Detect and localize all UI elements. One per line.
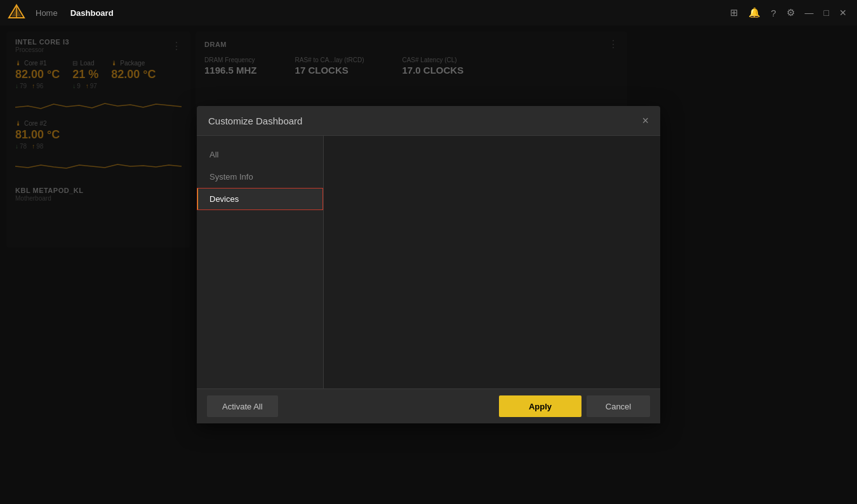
cancel-button[interactable]: Cancel: [587, 395, 650, 417]
dialog-body: All System Info Devices: [197, 136, 660, 388]
window-controls: — □ ✕: [802, 6, 849, 19]
dialog-titlebar: Customize Dashboard ×: [197, 106, 660, 136]
apply-button[interactable]: Apply: [499, 395, 581, 417]
main-content: INTEL CORE I3 Processor ⋮ 🌡 Core #1 82.0…: [0, 25, 857, 504]
bell-icon[interactable]: 🔔: [748, 7, 761, 18]
dialog-close-button[interactable]: ×: [642, 115, 649, 126]
nav-dashboard[interactable]: Dashboard: [70, 8, 114, 18]
sidebar-item-devices[interactable]: Devices: [197, 188, 323, 210]
settings-icon[interactable]: ⚙: [787, 7, 795, 18]
footer-right-buttons: Apply Cancel: [499, 395, 650, 417]
titlebar: Home Dashboard ⊞ 🔔 ? ⚙ — □ ✕: [0, 0, 857, 25]
titlebar-icons: ⊞ 🔔 ? ⚙: [730, 7, 794, 18]
minimize-button[interactable]: —: [802, 6, 816, 19]
activate-all-button[interactable]: Activate All: [207, 395, 278, 417]
sidebar-item-system-info[interactable]: System Info: [197, 166, 323, 188]
dialog-overlay: Customize Dashboard × All System Info De…: [0, 25, 857, 504]
corsair-logo: [8, 4, 25, 22]
close-button[interactable]: ✕: [837, 6, 849, 19]
sidebar-item-all[interactable]: All: [197, 143, 323, 166]
dialog-sidebar: All System Info Devices: [197, 136, 324, 388]
nav-home[interactable]: Home: [36, 8, 58, 18]
titlebar-nav: Home Dashboard: [36, 8, 730, 18]
maximize-button[interactable]: □: [821, 6, 832, 19]
grid-icon[interactable]: ⊞: [730, 7, 738, 18]
dialog-content-area: [324, 136, 660, 388]
customize-dashboard-dialog: Customize Dashboard × All System Info De…: [197, 106, 660, 423]
dialog-footer: Activate All Apply Cancel: [197, 388, 660, 423]
help-icon[interactable]: ?: [771, 8, 776, 18]
dialog-title: Customize Dashboard: [208, 116, 302, 126]
